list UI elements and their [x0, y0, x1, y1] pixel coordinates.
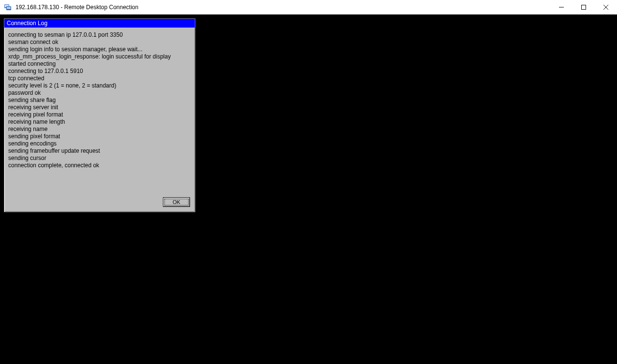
- svg-rect-3: [7, 7, 11, 9]
- log-line: connecting to sesman ip 127.0.0.1 port 3…: [8, 31, 191, 39]
- window-title: 192.168.178.130 - Remote Desktop Connect…: [15, 4, 550, 11]
- log-line: password ok: [8, 89, 191, 97]
- log-line: sending cursor: [8, 155, 191, 162]
- log-line: receiving name: [8, 126, 191, 133]
- log-line: started connecting: [8, 60, 191, 68]
- log-line: tcp connected: [8, 75, 191, 82]
- log-line: receiving server init: [8, 104, 191, 111]
- connection-log-dialog: Connection Log connecting to sesman ip 1…: [4, 18, 195, 212]
- log-line: sending framebuffer update request: [8, 147, 191, 155]
- log-line: connecting to 127.0.0.1 5910: [8, 68, 191, 75]
- log-line: xrdp_mm_process_login_response: login su…: [8, 53, 191, 60]
- dialog-footer: OK: [4, 194, 195, 212]
- app-window: 192.168.178.130 - Remote Desktop Connect…: [0, 0, 617, 364]
- log-line: security level is 2 (1 = none, 2 = stand…: [8, 82, 191, 89]
- svg-rect-5: [582, 5, 586, 9]
- minimize-button[interactable]: [550, 0, 573, 14]
- connection-log-body: connecting to sesman ip 127.0.0.1 port 3…: [4, 28, 195, 194]
- dialog-title: Connection Log: [4, 19, 195, 28]
- ok-button[interactable]: OK: [163, 197, 190, 207]
- log-line: sending share flag: [8, 97, 191, 104]
- rdp-icon: [4, 3, 12, 11]
- log-line: sending login info to session manager, p…: [8, 46, 191, 53]
- log-line: sending encodings: [8, 140, 191, 147]
- window-controls: [550, 0, 617, 14]
- log-line: receiving pixel format: [8, 111, 191, 118]
- close-button[interactable]: [595, 0, 617, 14]
- log-line: sending pixel format: [8, 133, 191, 140]
- log-line: connection complete, connected ok: [8, 162, 191, 169]
- remote-desktop-area: Connection Log connecting to sesman ip 1…: [0, 15, 617, 364]
- log-line: sesman connect ok: [8, 39, 191, 46]
- titlebar: 192.168.178.130 - Remote Desktop Connect…: [0, 0, 617, 15]
- log-line: receiving name length: [8, 118, 191, 126]
- maximize-button[interactable]: [573, 0, 595, 14]
